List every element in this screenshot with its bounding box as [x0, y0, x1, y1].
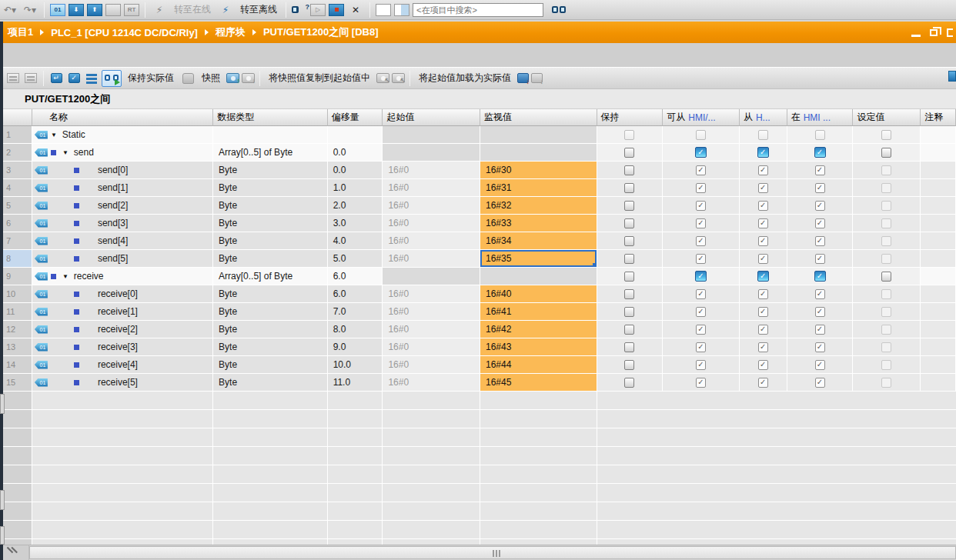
datatype-cell[interactable]: Byte [213, 374, 328, 392]
row-number-cell[interactable]: 5 [3, 197, 32, 215]
monitor-value-cell[interactable]: 16#30 [480, 162, 597, 179]
empty-cell[interactable] [213, 410, 328, 428]
empty-cell[interactable] [213, 447, 328, 465]
hmi-visible-checkbox[interactable]: ✓ [815, 201, 825, 211]
minimize-icon[interactable] [911, 35, 921, 37]
datatype-cell[interactable]: Array[0..5] of Byte [213, 268, 328, 285]
copy-snapshot-setpoint-icon[interactable]: ↖ [392, 73, 405, 83]
column-header-hmi-accessible[interactable]: 可从HMI/... [663, 109, 740, 126]
collapsed-panel-tab[interactable] [0, 490, 5, 510]
restore-window-icon[interactable] [930, 29, 938, 36]
monitor-value-cell[interactable]: 16#31 [480, 179, 597, 197]
empty-cell[interactable] [597, 410, 956, 428]
row-number-cell[interactable]: 11 [3, 303, 32, 321]
retain-checkbox[interactable] [624, 165, 634, 175]
empty-cell[interactable] [328, 539, 383, 545]
variable-name-cell[interactable]: 01receive[4] [32, 356, 213, 374]
empty-cell[interactable] [328, 502, 383, 521]
datatype-cell[interactable]: Byte [213, 285, 328, 303]
empty-cell[interactable] [597, 484, 956, 502]
hmi-visible-checkbox[interactable]: ✓ [815, 183, 825, 193]
datatype-cell[interactable]: Byte [213, 197, 328, 215]
datatype-cell[interactable]: Byte [213, 356, 328, 374]
empty-cell[interactable] [597, 392, 956, 410]
start-value-cell[interactable] [383, 126, 480, 144]
row-number-cell[interactable]: 9 [3, 268, 32, 285]
row-number-cell[interactable] [3, 392, 32, 410]
monitor-value-cell[interactable]: 16#43 [480, 338, 597, 356]
variable-name-cell[interactable]: 01▼send [32, 144, 213, 162]
start-value-cell[interactable] [383, 268, 480, 285]
hmi-writable-checkbox[interactable]: ✓ [758, 289, 768, 299]
empty-cell[interactable] [480, 392, 597, 410]
comment-cell[interactable] [921, 179, 956, 197]
empty-cell[interactable] [328, 410, 383, 428]
expand-arrow-icon[interactable]: ▼ [62, 149, 69, 156]
offset-cell[interactable]: 0.0 [328, 144, 383, 162]
row-number-cell[interactable]: 3 [3, 162, 32, 179]
retain-checkbox[interactable] [624, 148, 634, 158]
empty-cell[interactable] [383, 410, 480, 428]
empty-cell[interactable] [328, 484, 383, 502]
hmi-writable-checkbox[interactable]: ✓ [758, 201, 768, 211]
download-to-device-icon[interactable]: ⬇ [69, 4, 84, 16]
redo-icon[interactable]: ↷▾ [22, 2, 38, 18]
hmi-visible-checkbox[interactable]: ✓ [815, 325, 825, 335]
column-header-hmi-writable[interactable]: 从H... [740, 109, 787, 126]
hmi-accessible-checkbox[interactable]: ✓ [696, 378, 706, 388]
cross-references-icon[interactable]: ✕ [347, 2, 364, 18]
datatype-cell[interactable]: Byte [213, 321, 328, 338]
accessible-devices-icon[interactable]: ? [292, 5, 307, 15]
setpoint-checkbox[interactable] [881, 254, 891, 264]
offset-cell[interactable]: 8.0 [328, 321, 383, 338]
hmi-writable-checkbox[interactable]: ✓ [758, 254, 768, 264]
offset-cell[interactable]: 1.0 [328, 179, 383, 197]
setpoint-checkbox[interactable] [881, 183, 891, 193]
empty-cell[interactable] [383, 484, 480, 502]
row-number-cell[interactable]: 12 [3, 321, 32, 338]
start-cpu-icon[interactable]: 01 [50, 4, 65, 16]
window-layout-icon[interactable] [376, 4, 391, 16]
offset-cell[interactable]: 0.0 [328, 162, 383, 179]
row-number-cell[interactable]: 14 [3, 356, 32, 374]
retain-checkbox[interactable] [624, 360, 634, 370]
monitor-value-cell[interactable]: 16#32 [480, 197, 597, 215]
setpoint-checkbox[interactable] [881, 148, 891, 158]
offset-cell[interactable]: 9.0 [328, 338, 383, 356]
variable-name-cell[interactable]: 01send[2] [32, 197, 213, 215]
monitor-value-cell[interactable]: 16#45 [480, 374, 597, 392]
empty-cell[interactable] [32, 465, 213, 484]
hmi-accessible-checkbox[interactable]: ✓ [696, 360, 706, 370]
row-number-cell[interactable]: 13 [3, 338, 32, 356]
empty-cell[interactable] [213, 502, 328, 521]
expand-arrow-icon[interactable]: ▼ [62, 273, 69, 280]
empty-cell[interactable] [32, 521, 213, 539]
expand-arrow-icon[interactable]: ▼ [51, 132, 57, 138]
empty-cell[interactable] [213, 392, 328, 410]
hmi-accessible-checkbox[interactable]: ✓ [695, 271, 707, 282]
comment-cell[interactable] [921, 215, 956, 232]
expand-all-members-icon[interactable] [84, 72, 99, 85]
empty-cell[interactable] [32, 447, 213, 465]
breadcrumb-program-blocks[interactable]: 程序块 [216, 25, 246, 39]
setpoint-checkbox[interactable] [881, 342, 891, 352]
go-offline-button[interactable]: 转至离线 [237, 3, 280, 16]
load-setpoints-icon[interactable]: ↓ [531, 73, 543, 83]
row-number-cell[interactable] [3, 502, 32, 521]
column-header-hmi-visible[interactable]: 在HMI ... [787, 109, 854, 126]
hmi-visible-checkbox[interactable]: ✓ [815, 236, 825, 246]
setpoint-checkbox[interactable] [881, 201, 891, 211]
retain-checkbox[interactable] [624, 218, 634, 228]
variable-name-cell[interactable]: 01▼Static [32, 126, 213, 144]
hmi-writable-checkbox[interactable]: ✓ [758, 165, 768, 175]
row-number-cell[interactable]: 6 [3, 215, 32, 232]
setpoint-checkbox[interactable] [881, 360, 891, 370]
setpoint-checkbox[interactable] [881, 272, 891, 282]
empty-cell[interactable] [383, 465, 480, 484]
snapshot-upload-icon[interactable]: ↑ [226, 73, 239, 83]
variable-name-cell[interactable]: 01receive[3] [32, 338, 213, 356]
empty-cell[interactable] [32, 392, 213, 410]
hmi-writable-checkbox[interactable]: ✓ [758, 236, 768, 246]
empty-cell[interactable] [480, 410, 597, 428]
empty-cell[interactable] [328, 465, 383, 484]
